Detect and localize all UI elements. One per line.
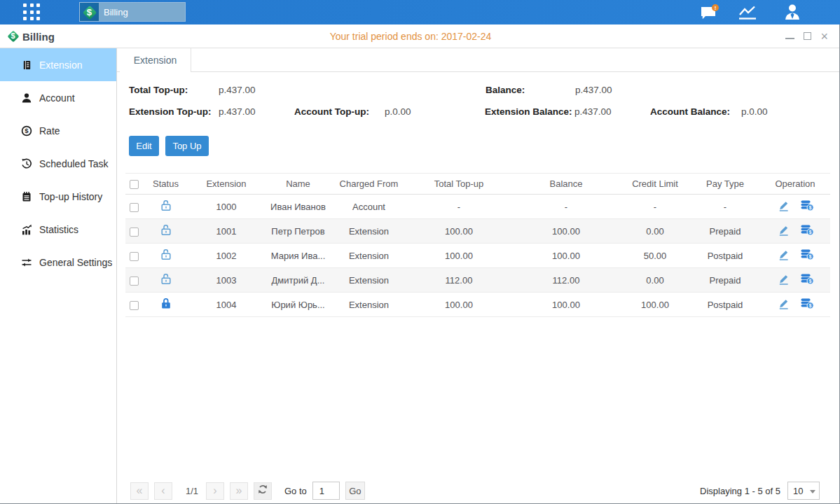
- sidebar-item-label: Top-up History: [39, 191, 102, 202]
- tab-strip: Extension: [117, 48, 839, 72]
- column-header: Balance: [512, 174, 620, 195]
- cell-extension: 1002: [188, 244, 264, 268]
- taskbar-tab-billing[interactable]: $ Billing: [79, 2, 186, 22]
- close-button[interactable]: ×: [820, 31, 828, 41]
- cell-charged-from: Extension: [332, 268, 406, 293]
- edit-icon[interactable]: [777, 297, 790, 312]
- refresh-button[interactable]: [254, 482, 272, 500]
- taskbar-tab-label: Billing: [104, 7, 128, 18]
- cell-balance: 100.00: [512, 244, 620, 268]
- chevron-down-icon: [810, 490, 815, 493]
- cell-pay-type: Prepaid: [690, 219, 760, 244]
- topup-icon[interactable]: $: [800, 200, 814, 214]
- column-header: Total Top-up: [406, 174, 512, 195]
- top-up-button[interactable]: Top Up: [165, 136, 209, 156]
- sidebar-item-top-up-history[interactable]: Top-up History: [0, 180, 116, 213]
- cell-pay-type: Prepaid: [690, 268, 760, 293]
- sidebar-item-rate[interactable]: $Rate: [0, 114, 116, 147]
- cell-name: Мария Ива...: [264, 244, 332, 268]
- topup-icon[interactable]: $: [800, 248, 814, 262]
- edit-button[interactable]: Edit: [129, 136, 159, 156]
- app-grid-icon[interactable]: [23, 4, 40, 20]
- select-all-checkbox[interactable]: [130, 180, 139, 189]
- minimize-button[interactable]: [785, 38, 794, 39]
- cell-name: Юрий Юрь...: [264, 293, 332, 317]
- table-row: 1001Петр ПетровExtension100.00100.000.00…: [125, 219, 830, 244]
- cell-pay-type: Postpaid: [690, 244, 760, 268]
- table-row: 1004Юрий Юрь...Extension100.00100.00100.…: [125, 293, 830, 317]
- sidebar-item-statistics[interactable]: Statistics: [0, 213, 116, 246]
- topup-icon[interactable]: $: [800, 273, 814, 287]
- next-page-button[interactable]: ›: [206, 482, 224, 500]
- edit-icon[interactable]: [777, 248, 790, 263]
- billing-window-icon: $: [7, 30, 19, 42]
- column-header: Credit Limit: [620, 174, 690, 195]
- cell-credit-limit: -: [620, 195, 690, 219]
- cell-balance: 112.00: [512, 268, 620, 293]
- sidebar-item-extension[interactable]: Extension: [0, 48, 116, 81]
- topup-history-icon: [21, 191, 32, 202]
- cell-total-topup: 100.00: [406, 293, 512, 317]
- goto-page-input[interactable]: [312, 482, 340, 500]
- prev-page-button[interactable]: ‹: [154, 482, 172, 500]
- column-header: Name: [264, 174, 332, 195]
- resource-monitor-icon[interactable]: [737, 4, 758, 24]
- svg-text:$: $: [808, 205, 811, 211]
- balance-value: p.437.00: [575, 85, 612, 95]
- edit-icon[interactable]: [777, 199, 790, 214]
- svg-text:$: $: [808, 303, 811, 309]
- billing-app-icon: $: [82, 5, 96, 19]
- maximize-button[interactable]: [804, 32, 811, 40]
- sidebar-item-label: Account: [39, 92, 75, 104]
- edit-icon[interactable]: [777, 272, 790, 288]
- sidebar-item-label: Statistics: [39, 224, 78, 235]
- sidebar-item-general-settings[interactable]: General Settings: [0, 246, 116, 279]
- cell-total-topup: -: [406, 195, 512, 219]
- lock-open-icon: [160, 199, 172, 214]
- cell-credit-limit: 100.00: [620, 293, 690, 317]
- extension-topup-label: Extension Top-up:: [129, 106, 212, 117]
- row-checkbox[interactable]: [130, 203, 139, 212]
- edit-icon[interactable]: [777, 223, 790, 239]
- column-header: Operation: [760, 174, 830, 195]
- trial-notice: Your trial period ends on: 2017-02-24: [330, 31, 492, 42]
- cell-extension: 1001: [188, 219, 264, 244]
- sidebar-item-scheduled-task[interactable]: Scheduled Task: [0, 147, 116, 180]
- tab-extension[interactable]: Extension: [120, 48, 191, 72]
- cell-name: Иван Иванов: [264, 195, 332, 219]
- cell-total-topup: 112.00: [406, 268, 512, 293]
- extensions-table: StatusExtensionNameCharged FromTotal Top…: [125, 173, 830, 317]
- topup-icon[interactable]: $: [800, 298, 814, 312]
- svg-text:$: $: [808, 254, 811, 260]
- go-button[interactable]: Go: [345, 482, 365, 500]
- row-checkbox[interactable]: [130, 252, 139, 261]
- extension-balance-value: p.437.00: [574, 106, 612, 117]
- sidebar-item-account[interactable]: Account: [0, 81, 116, 114]
- row-checkbox[interactable]: [130, 301, 139, 310]
- notifications-icon[interactable]: !: [699, 4, 720, 25]
- sidebar-item-label: General Settings: [39, 257, 112, 268]
- cell-name: Дмитрий Д...: [264, 268, 332, 293]
- column-header: Charged From: [332, 174, 406, 195]
- account-topup-label: Account Top-up:: [294, 106, 369, 117]
- page-size-value: 10: [793, 486, 803, 496]
- user-account-icon[interactable]: [783, 4, 802, 24]
- extension-icon: [21, 59, 32, 71]
- first-page-button[interactable]: «: [130, 482, 149, 500]
- last-page-button[interactable]: »: [230, 482, 248, 500]
- cell-total-topup: 100.00: [406, 244, 512, 268]
- goto-label: Go to: [284, 486, 307, 496]
- total-topup-label: Total Top-up:: [129, 85, 188, 95]
- page-indicator: 1/1: [178, 486, 206, 496]
- row-checkbox[interactable]: [130, 227, 139, 237]
- sidebar-item-label: Extension: [39, 59, 82, 71]
- top-navigation-bar: $ Billing !: [0, 0, 840, 24]
- page-size-dropdown[interactable]: 10: [787, 482, 820, 500]
- row-checkbox[interactable]: [130, 276, 139, 286]
- topup-icon[interactable]: $: [800, 224, 814, 238]
- column-header: Extension: [188, 174, 264, 195]
- cell-name: Петр Петров: [264, 219, 332, 244]
- cell-extension: 1004: [188, 293, 264, 317]
- lock-open-icon: [160, 248, 172, 263]
- table-row: 1002Мария Ива...Extension100.00100.0050.…: [125, 244, 830, 268]
